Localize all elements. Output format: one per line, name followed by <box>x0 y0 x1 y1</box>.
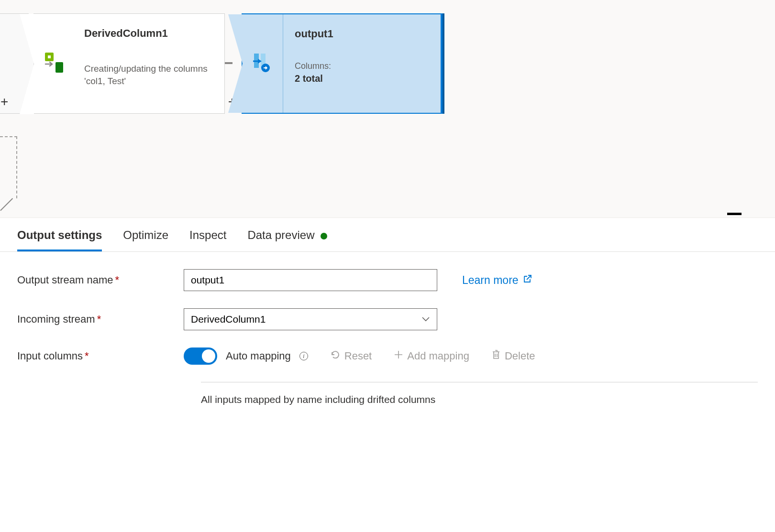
selection-handle[interactable] <box>441 13 444 114</box>
info-icon[interactable]: i <box>299 352 308 360</box>
trash-icon <box>491 349 501 363</box>
derived-column-node[interactable]: DerivedColumn1 Creating/updating the col… <box>33 13 225 114</box>
external-link-icon <box>522 274 532 287</box>
node-description: Creating/updating the columns 'col1, Tes… <box>84 63 215 87</box>
output-stream-name-input[interactable] <box>184 269 437 291</box>
sink-output-icon <box>252 52 273 76</box>
status-indicator-dot <box>321 233 327 239</box>
canvas-area: + DerivedColumn1 Creating/updating the c… <box>0 0 775 217</box>
derived-column-icon <box>44 52 65 76</box>
tab-inspect[interactable]: Inspect <box>189 228 226 251</box>
delete-button[interactable]: Delete <box>491 349 535 363</box>
learn-more-link[interactable]: Learn more <box>462 274 532 287</box>
output-node-selected[interactable]: output1 Columns: 2 total <box>242 13 443 114</box>
tab-output-settings[interactable]: Output settings <box>17 228 102 251</box>
plus-icon <box>394 350 403 362</box>
reset-icon <box>330 349 341 363</box>
input-columns-label: Input columns* <box>17 350 184 362</box>
tab-data-preview[interactable]: Data preview <box>247 228 327 251</box>
incoming-stream-select[interactable] <box>184 308 437 330</box>
incoming-stream-value[interactable] <box>184 308 437 330</box>
reset-button[interactable]: Reset <box>330 349 372 363</box>
panel-resize-handle[interactable] <box>0 217 775 218</box>
output-stream-name-label: Output stream name* <box>17 274 184 286</box>
add-mapping-button[interactable]: Add mapping <box>394 350 469 362</box>
incoming-stream-label: Incoming stream* <box>17 313 184 326</box>
settings-tab-bar: Output settings Optimize Inspect Data pr… <box>0 218 775 252</box>
output-settings-form: Output stream name* Learn more Incoming … <box>0 252 775 405</box>
svg-rect-2 <box>55 62 63 73</box>
tab-optimize[interactable]: Optimize <box>123 228 168 251</box>
columns-count: 2 total <box>295 73 430 84</box>
add-step-button[interactable]: + <box>0 94 8 109</box>
auto-mapping-toggle[interactable] <box>184 347 217 365</box>
svg-rect-1 <box>48 55 51 58</box>
columns-label: Columns: <box>295 61 430 71</box>
node-title: DerivedColumn1 <box>84 27 215 40</box>
node-title: output1 <box>295 28 430 40</box>
mapping-note: All inputs mapped by name including drif… <box>201 382 758 405</box>
placeholder-node <box>0 136 17 198</box>
tab-label: Data preview <box>247 228 314 241</box>
auto-mapping-label: Auto mapping <box>226 350 291 362</box>
